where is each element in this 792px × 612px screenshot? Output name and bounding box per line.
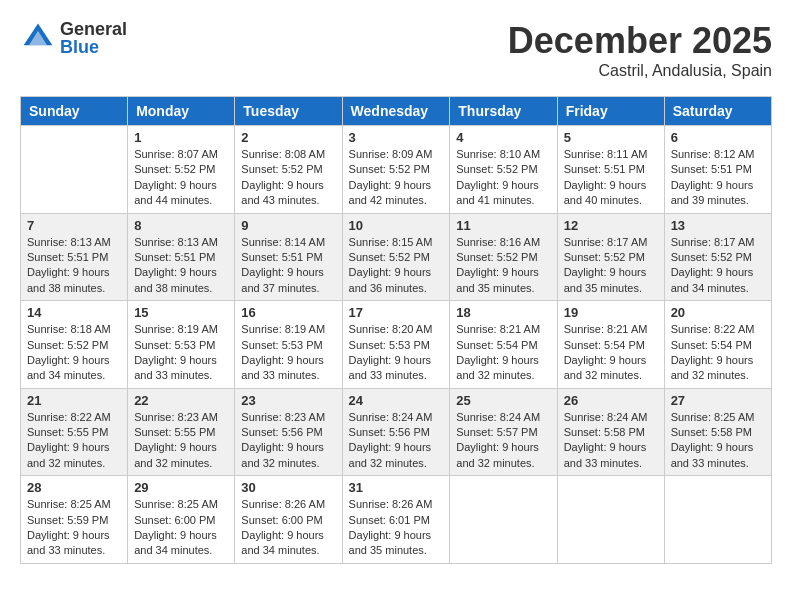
- calendar-week-row: 28Sunrise: 8:25 AMSunset: 5:59 PMDayligh…: [21, 476, 772, 564]
- day-number: 3: [349, 130, 444, 145]
- day-info: Sunrise: 8:25 AMSunset: 5:58 PMDaylight:…: [671, 410, 765, 472]
- calendar-cell: 15Sunrise: 8:19 AMSunset: 5:53 PMDayligh…: [128, 301, 235, 389]
- calendar-cell: 16Sunrise: 8:19 AMSunset: 5:53 PMDayligh…: [235, 301, 342, 389]
- day-info: Sunrise: 8:24 AMSunset: 5:58 PMDaylight:…: [564, 410, 658, 472]
- day-info: Sunrise: 8:19 AMSunset: 5:53 PMDaylight:…: [134, 322, 228, 384]
- calendar-cell: [664, 476, 771, 564]
- day-info: Sunrise: 8:23 AMSunset: 5:56 PMDaylight:…: [241, 410, 335, 472]
- day-header-tuesday: Tuesday: [235, 97, 342, 126]
- day-number: 16: [241, 305, 335, 320]
- header-row: SundayMondayTuesdayWednesdayThursdayFrid…: [21, 97, 772, 126]
- calendar-cell: 30Sunrise: 8:26 AMSunset: 6:00 PMDayligh…: [235, 476, 342, 564]
- calendar-week-row: 21Sunrise: 8:22 AMSunset: 5:55 PMDayligh…: [21, 388, 772, 476]
- calendar-cell: 9Sunrise: 8:14 AMSunset: 5:51 PMDaylight…: [235, 213, 342, 301]
- calendar-cell: [450, 476, 557, 564]
- day-number: 1: [134, 130, 228, 145]
- calendar-cell: 3Sunrise: 8:09 AMSunset: 5:52 PMDaylight…: [342, 126, 450, 214]
- calendar-cell: 24Sunrise: 8:24 AMSunset: 5:56 PMDayligh…: [342, 388, 450, 476]
- day-number: 4: [456, 130, 550, 145]
- calendar-cell: 5Sunrise: 8:11 AMSunset: 5:51 PMDaylight…: [557, 126, 664, 214]
- day-number: 22: [134, 393, 228, 408]
- calendar-body: 1Sunrise: 8:07 AMSunset: 5:52 PMDaylight…: [21, 126, 772, 564]
- calendar-cell: 12Sunrise: 8:17 AMSunset: 5:52 PMDayligh…: [557, 213, 664, 301]
- day-info: Sunrise: 8:09 AMSunset: 5:52 PMDaylight:…: [349, 147, 444, 209]
- day-info: Sunrise: 8:15 AMSunset: 5:52 PMDaylight:…: [349, 235, 444, 297]
- calendar-cell: 13Sunrise: 8:17 AMSunset: 5:52 PMDayligh…: [664, 213, 771, 301]
- day-info: Sunrise: 8:11 AMSunset: 5:51 PMDaylight:…: [564, 147, 658, 209]
- day-number: 13: [671, 218, 765, 233]
- day-number: 20: [671, 305, 765, 320]
- day-number: 14: [27, 305, 121, 320]
- day-header-thursday: Thursday: [450, 97, 557, 126]
- calendar-cell: 10Sunrise: 8:15 AMSunset: 5:52 PMDayligh…: [342, 213, 450, 301]
- calendar-cell: 6Sunrise: 8:12 AMSunset: 5:51 PMDaylight…: [664, 126, 771, 214]
- calendar-week-row: 7Sunrise: 8:13 AMSunset: 5:51 PMDaylight…: [21, 213, 772, 301]
- calendar-cell: 19Sunrise: 8:21 AMSunset: 5:54 PMDayligh…: [557, 301, 664, 389]
- day-info: Sunrise: 8:22 AMSunset: 5:54 PMDaylight:…: [671, 322, 765, 384]
- day-info: Sunrise: 8:26 AMSunset: 6:01 PMDaylight:…: [349, 497, 444, 559]
- day-number: 2: [241, 130, 335, 145]
- day-number: 23: [241, 393, 335, 408]
- calendar-cell: 4Sunrise: 8:10 AMSunset: 5:52 PMDaylight…: [450, 126, 557, 214]
- day-number: 29: [134, 480, 228, 495]
- calendar-cell: [21, 126, 128, 214]
- day-number: 6: [671, 130, 765, 145]
- day-info: Sunrise: 8:23 AMSunset: 5:55 PMDaylight:…: [134, 410, 228, 472]
- calendar-cell: 23Sunrise: 8:23 AMSunset: 5:56 PMDayligh…: [235, 388, 342, 476]
- day-header-monday: Monday: [128, 97, 235, 126]
- day-info: Sunrise: 8:21 AMSunset: 5:54 PMDaylight:…: [456, 322, 550, 384]
- logo-general: General: [60, 20, 127, 38]
- day-number: 8: [134, 218, 228, 233]
- calendar-cell: 17Sunrise: 8:20 AMSunset: 5:53 PMDayligh…: [342, 301, 450, 389]
- day-header-friday: Friday: [557, 97, 664, 126]
- day-info: Sunrise: 8:17 AMSunset: 5:52 PMDaylight:…: [564, 235, 658, 297]
- calendar-header: SundayMondayTuesdayWednesdayThursdayFrid…: [21, 97, 772, 126]
- day-number: 21: [27, 393, 121, 408]
- day-number: 27: [671, 393, 765, 408]
- day-info: Sunrise: 8:10 AMSunset: 5:52 PMDaylight:…: [456, 147, 550, 209]
- calendar-week-row: 1Sunrise: 8:07 AMSunset: 5:52 PMDaylight…: [21, 126, 772, 214]
- calendar-cell: 31Sunrise: 8:26 AMSunset: 6:01 PMDayligh…: [342, 476, 450, 564]
- day-info: Sunrise: 8:18 AMSunset: 5:52 PMDaylight:…: [27, 322, 121, 384]
- day-number: 24: [349, 393, 444, 408]
- day-number: 26: [564, 393, 658, 408]
- calendar-cell: 7Sunrise: 8:13 AMSunset: 5:51 PMDaylight…: [21, 213, 128, 301]
- calendar-cell: 11Sunrise: 8:16 AMSunset: 5:52 PMDayligh…: [450, 213, 557, 301]
- day-info: Sunrise: 8:16 AMSunset: 5:52 PMDaylight:…: [456, 235, 550, 297]
- day-number: 19: [564, 305, 658, 320]
- day-number: 11: [456, 218, 550, 233]
- month-title: December 2025: [508, 20, 772, 62]
- calendar-cell: 29Sunrise: 8:25 AMSunset: 6:00 PMDayligh…: [128, 476, 235, 564]
- day-number: 30: [241, 480, 335, 495]
- day-number: 10: [349, 218, 444, 233]
- day-number: 18: [456, 305, 550, 320]
- day-number: 25: [456, 393, 550, 408]
- day-info: Sunrise: 8:17 AMSunset: 5:52 PMDaylight:…: [671, 235, 765, 297]
- page-header: General Blue December 2025 Castril, Anda…: [20, 20, 772, 80]
- title-block: December 2025 Castril, Andalusia, Spain: [508, 20, 772, 80]
- day-info: Sunrise: 8:13 AMSunset: 5:51 PMDaylight:…: [27, 235, 121, 297]
- day-number: 9: [241, 218, 335, 233]
- calendar-cell: [557, 476, 664, 564]
- day-number: 17: [349, 305, 444, 320]
- logo: General Blue: [20, 20, 127, 56]
- calendar-cell: 8Sunrise: 8:13 AMSunset: 5:51 PMDaylight…: [128, 213, 235, 301]
- day-number: 31: [349, 480, 444, 495]
- day-info: Sunrise: 8:26 AMSunset: 6:00 PMDaylight:…: [241, 497, 335, 559]
- calendar-cell: 27Sunrise: 8:25 AMSunset: 5:58 PMDayligh…: [664, 388, 771, 476]
- day-info: Sunrise: 8:25 AMSunset: 6:00 PMDaylight:…: [134, 497, 228, 559]
- day-info: Sunrise: 8:19 AMSunset: 5:53 PMDaylight:…: [241, 322, 335, 384]
- logo-text: General Blue: [60, 20, 127, 56]
- day-number: 7: [27, 218, 121, 233]
- day-info: Sunrise: 8:24 AMSunset: 5:57 PMDaylight:…: [456, 410, 550, 472]
- logo-icon: [20, 20, 56, 56]
- day-info: Sunrise: 8:08 AMSunset: 5:52 PMDaylight:…: [241, 147, 335, 209]
- day-info: Sunrise: 8:21 AMSunset: 5:54 PMDaylight:…: [564, 322, 658, 384]
- day-number: 12: [564, 218, 658, 233]
- day-info: Sunrise: 8:14 AMSunset: 5:51 PMDaylight:…: [241, 235, 335, 297]
- calendar-cell: 25Sunrise: 8:24 AMSunset: 5:57 PMDayligh…: [450, 388, 557, 476]
- logo-blue: Blue: [60, 38, 127, 56]
- day-info: Sunrise: 8:24 AMSunset: 5:56 PMDaylight:…: [349, 410, 444, 472]
- calendar-cell: 14Sunrise: 8:18 AMSunset: 5:52 PMDayligh…: [21, 301, 128, 389]
- calendar-cell: 28Sunrise: 8:25 AMSunset: 5:59 PMDayligh…: [21, 476, 128, 564]
